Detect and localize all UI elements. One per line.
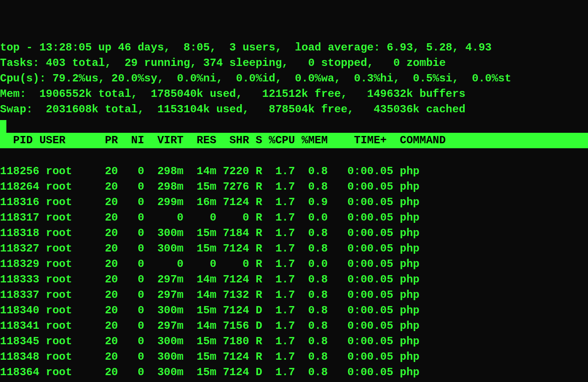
process-row: 118341 root 20 0 297m 14m 7156 D 1.7 0.8…	[0, 320, 420, 332]
summary-mem: Mem: 1906552k total, 1785040k used, 1215…	[0, 88, 466, 100]
process-row: 118316 root 20 0 299m 16m 7124 R 1.7 0.9…	[0, 196, 420, 208]
process-row: 118333 root 20 0 297m 14m 7124 R 1.7 0.8…	[0, 273, 420, 286]
process-row: 118348 root 20 0 300m 15m 7124 R 1.7 0.8…	[0, 351, 420, 363]
cursor-icon	[0, 120, 6, 134]
process-row: 118327 root 20 0 300m 15m 7124 R 1.7 0.8…	[0, 242, 420, 255]
process-row: 118318 root 20 0 300m 15m 7184 R 1.7 0.8…	[0, 227, 420, 239]
process-row: 118264 root 20 0 298m 15m 7276 R 1.7 0.8…	[0, 181, 420, 193]
process-row: 118337 root 20 0 297m 14m 7132 R 1.7 0.8…	[0, 289, 420, 301]
column-header[interactable]: PID USER PR NI VIRT RES SHR S %CPU %MEM …	[0, 133, 588, 148]
process-row: 118317 root 20 0 0 0 0 R 1.7 0.0 0:00.05…	[0, 211, 420, 224]
process-row: 118340 root 20 0 300m 15m 7124 D 1.7 0.8…	[0, 304, 420, 317]
summary-cpu: Cpu(s): 79.2%us, 20.0%sy, 0.0%ni, 0.0%id…	[0, 72, 511, 85]
process-row: 118329 root 20 0 0 0 0 R 1.7 0.0 0:00.05…	[0, 258, 420, 270]
process-row: 118345 root 20 0 300m 15m 7180 R 1.7 0.8…	[0, 335, 420, 347]
process-row: 118364 root 20 0 300m 15m 7124 D 1.7 0.8…	[0, 366, 420, 378]
summary-tasks: Tasks: 403 total, 29 running, 374 sleepi…	[0, 57, 446, 69]
process-row: 118256 root 20 0 298m 14m 7220 R 1.7 0.8…	[0, 165, 420, 177]
cursor-line	[0, 119, 6, 131]
summary-line-1: top - 13:28:05 up 46 days, 8:05, 3 users…	[0, 41, 492, 54]
process-list: 118256 root 20 0 298m 14m 7220 R 1.7 0.8…	[0, 164, 588, 382]
terminal[interactable]: top - 13:28:05 up 46 days, 8:05, 3 users…	[0, 0, 588, 382]
summary-swap: Swap: 2031608k total, 1153104k used, 878…	[0, 103, 466, 116]
